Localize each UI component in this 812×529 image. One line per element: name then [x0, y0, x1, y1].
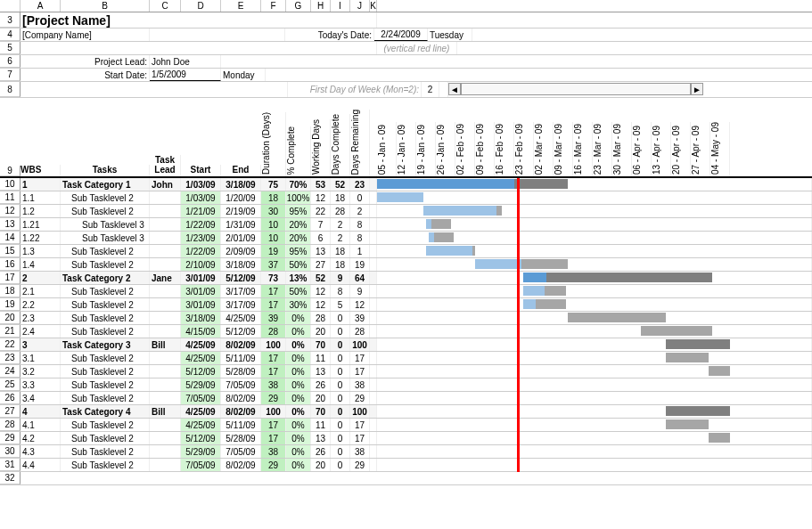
start-cell[interactable]: 3/18/09 — [181, 312, 221, 324]
dc-cell[interactable]: 0 — [331, 432, 350, 444]
task-cell[interactable]: Sub Tasklevel 2 — [61, 285, 150, 297]
lead-cell[interactable] — [150, 258, 181, 271]
wbs-cell[interactable]: 3.4 — [21, 392, 61, 404]
gantt-cell[interactable] — [377, 378, 812, 391]
wd-cell[interactable]: 70 — [311, 338, 331, 351]
dc-cell[interactable]: 0 — [331, 419, 350, 431]
spacer-cell[interactable] — [370, 245, 377, 257]
dr-cell[interactable]: 8 — [350, 218, 370, 231]
dr-cell[interactable]: 64 — [350, 272, 370, 284]
lead-cell[interactable]: Bill — [150, 405, 181, 418]
gantt-cell[interactable] — [377, 191, 812, 204]
company-name[interactable]: [Company Name] — [21, 28, 150, 41]
spacer-cell[interactable] — [370, 272, 377, 284]
dc-cell[interactable]: 0 — [331, 365, 350, 378]
dr-cell[interactable]: 29 — [350, 459, 370, 471]
dur-cell[interactable]: 38 — [261, 445, 286, 458]
row-header-6[interactable]: 6 — [0, 55, 21, 68]
end-cell[interactable]: 8/02/09 — [221, 459, 261, 471]
pct-cell[interactable]: 0% — [286, 325, 311, 338]
dr-cell[interactable]: 100 — [350, 338, 370, 351]
dc-cell[interactable]: 2 — [331, 218, 350, 231]
wbs-cell[interactable]: 1.2 — [21, 205, 61, 217]
gantt-cell[interactable] — [377, 298, 812, 311]
wbs-cell[interactable]: 1.4 — [21, 258, 61, 271]
lead-cell[interactable] — [150, 419, 181, 431]
pct-cell[interactable]: 70% — [286, 178, 311, 191]
wbs-cell[interactable]: 2.2 — [21, 298, 61, 311]
pct-cell[interactable]: 0% — [286, 419, 311, 431]
wbs-cell[interactable]: 1 — [21, 178, 61, 191]
dr-cell[interactable]: 19 — [350, 258, 370, 271]
start-cell[interactable]: 4/25/09 — [181, 405, 221, 418]
end-cell[interactable]: 3/17/09 — [221, 285, 261, 297]
pct-cell[interactable]: 50% — [286, 285, 311, 297]
dr-cell[interactable]: 8 — [350, 232, 370, 244]
lead-cell[interactable]: Jane — [150, 272, 181, 284]
row-header-5[interactable]: 5 — [0, 42, 21, 54]
lead-cell[interactable] — [150, 445, 181, 458]
col-header-J[interactable]: J — [350, 0, 370, 12]
end-cell[interactable]: 2/01/09 — [221, 232, 261, 244]
wd-cell[interactable]: 53 — [311, 178, 331, 191]
spacer-cell[interactable] — [370, 419, 377, 431]
dr-cell[interactable]: 23 — [350, 178, 370, 191]
task-cell[interactable]: Sub Tasklevel 2 — [61, 432, 150, 444]
dc-cell[interactable]: 5 — [331, 298, 350, 311]
task-cell[interactable]: Sub Tasklevel 2 — [61, 325, 150, 338]
date-header[interactable]: 13 - Apr - 09 — [652, 122, 671, 176]
corner-cell[interactable] — [0, 0, 21, 12]
gantt-cell[interactable] — [377, 419, 812, 431]
spacer-cell[interactable] — [370, 325, 377, 338]
date-header[interactable]: 09 - Mar - 09 — [554, 122, 573, 176]
wd-cell[interactable]: 11 — [311, 419, 331, 431]
wd-cell[interactable]: 26 — [311, 445, 331, 458]
wbs-cell[interactable]: 2 — [21, 272, 61, 284]
spacer-cell[interactable] — [370, 392, 377, 404]
lead-cell[interactable] — [150, 325, 181, 338]
wbs-cell[interactable]: 1.1 — [21, 191, 61, 204]
dur-cell[interactable]: 17 — [261, 419, 286, 431]
start-cell[interactable]: 3/01/09 — [181, 272, 221, 284]
dr-cell[interactable]: 38 — [350, 378, 370, 391]
pct-cell[interactable]: 0% — [286, 432, 311, 444]
gantt-cell[interactable] — [377, 232, 812, 244]
hdr-days-complete[interactable]: Days Complete — [331, 114, 350, 176]
col-header-D[interactable]: D — [181, 0, 221, 12]
end-cell[interactable]: 5/11/09 — [221, 419, 261, 431]
row-header[interactable]: 11 — [0, 191, 21, 204]
spacer-cell[interactable] — [370, 378, 377, 391]
start-cell[interactable]: 1/22/09 — [181, 218, 221, 231]
pct-cell[interactable]: 0% — [286, 392, 311, 404]
row-header[interactable]: 26 — [0, 392, 21, 404]
dr-cell[interactable]: 9 — [350, 285, 370, 297]
start-cell[interactable]: 7/05/09 — [181, 392, 221, 404]
dr-cell[interactable]: 2 — [350, 205, 370, 217]
dc-cell[interactable]: 0 — [331, 325, 350, 338]
dur-cell[interactable]: 17 — [261, 365, 286, 378]
end-cell[interactable]: 8/02/09 — [221, 405, 261, 418]
project-name[interactable]: [Project Name] — [21, 12, 377, 28]
date-header[interactable]: 12 - Jan - 09 — [397, 122, 416, 176]
dc-cell[interactable]: 0 — [331, 378, 350, 391]
hdr-task-lead[interactable]: Task Lead — [150, 155, 181, 176]
wd-cell[interactable]: 70 — [311, 405, 331, 418]
scroll-right-button[interactable]: ► — [691, 83, 703, 95]
date-header[interactable]: 30 - Mar - 09 — [612, 122, 632, 176]
hdr-duration[interactable]: Duration (Days) — [261, 112, 286, 176]
dur-cell[interactable]: 17 — [261, 432, 286, 444]
date-header[interactable]: 05 - Jan - 09 — [377, 122, 397, 176]
end-cell[interactable]: 7/05/09 — [221, 378, 261, 391]
dc-cell[interactable]: 28 — [331, 205, 350, 217]
spacer-cell[interactable] — [370, 405, 377, 418]
task-cell[interactable]: Task Category 1 — [61, 178, 150, 191]
end-cell[interactable]: 5/12/09 — [221, 272, 261, 284]
date-header[interactable]: 20 - Apr - 09 — [671, 122, 691, 176]
spacer-cell[interactable] — [370, 285, 377, 297]
row-header[interactable]: 31 — [0, 459, 21, 471]
wbs-cell[interactable]: 4.2 — [21, 432, 61, 444]
dc-cell[interactable]: 18 — [331, 245, 350, 257]
gantt-cell[interactable] — [377, 338, 812, 351]
date-header[interactable]: 16 - Mar - 09 — [573, 122, 593, 176]
row-header[interactable]: 17 — [0, 272, 21, 284]
